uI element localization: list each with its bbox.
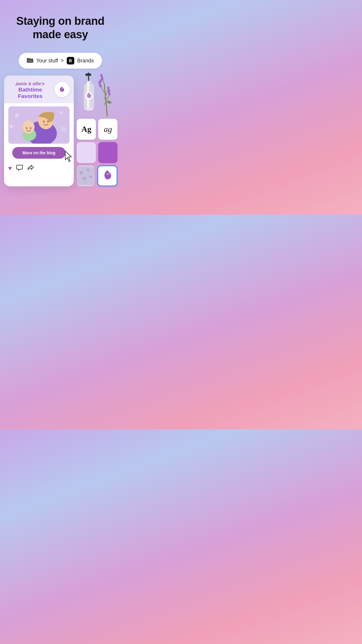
card-subtitle: jamie & allie's: [8, 81, 52, 87]
header-section: Staying on brand made easy: [0, 0, 121, 50]
heart-icon[interactable]: ♥: [8, 164, 12, 172]
svg-point-8: [47, 120, 49, 123]
breadcrumb-pill[interactable]: Your stuff > B Brands: [19, 53, 102, 69]
card-actions: ♥: [4, 161, 74, 177]
svg-point-10: [22, 120, 34, 134]
breadcrumb-container: Your stuff > B Brands: [6, 53, 115, 69]
lotion-area: [77, 70, 117, 116]
svg-point-14: [15, 113, 19, 118]
breadcrumb-arrow: >: [61, 58, 64, 63]
logo-swatches-row: [77, 165, 117, 186]
svg-rect-32: [85, 74, 91, 76]
lavender-color-swatch: [77, 142, 96, 163]
comment-icon[interactable]: [16, 164, 23, 173]
svg-point-25: [99, 84, 101, 87]
brands-label: Brands: [77, 58, 94, 64]
svg-point-13: [21, 126, 24, 130]
italic-font-label: ag: [104, 125, 112, 134]
svg-point-16: [61, 127, 66, 132]
purple-color-swatch: [98, 142, 117, 163]
share-icon[interactable]: [27, 164, 34, 173]
card-title: Bathtime Favorites: [8, 87, 52, 100]
pattern-swatch: [77, 165, 95, 186]
blog-button-text: More on the blog: [22, 150, 55, 155]
svg-point-12: [30, 127, 32, 129]
color-swatches-row: [77, 142, 117, 163]
svg-point-30: [108, 92, 110, 96]
instagram-card: jamie & allie's Bathtime Favorites: [4, 76, 74, 186]
serif-font-label: Ag: [81, 125, 91, 134]
svg-rect-3: [27, 60, 33, 62]
svg-point-7: [43, 120, 45, 123]
italic-font-swatch: ag: [98, 119, 117, 140]
main-title: Staying on brand made easy: [9, 15, 112, 41]
brand-logo-swatch: [97, 165, 117, 186]
svg-rect-39: [77, 167, 95, 185]
svg-rect-31: [88, 73, 89, 74]
your-stuff-label: Your stuff: [36, 58, 58, 64]
serif-font-swatch: Ag: [77, 119, 96, 140]
photo-placeholder: [9, 107, 69, 144]
brand-icon: B: [67, 57, 74, 64]
main-content: jamie & allie's Bathtime Favorites: [4, 76, 117, 186]
card-header: jamie & allie's Bathtime Favorites: [4, 76, 74, 103]
font-swatches-row: Ag ag: [77, 119, 117, 140]
svg-point-17: [10, 125, 13, 128]
blog-button[interactable]: More on the blog: [12, 147, 66, 159]
right-grid: Ag ag: [77, 70, 117, 186]
folder-icon: [27, 57, 33, 64]
cursor-arrow: [64, 150, 74, 164]
logo-circle: [55, 82, 70, 97]
svg-point-11: [26, 127, 27, 129]
svg-rect-38: [85, 108, 93, 110]
svg-point-15: [59, 111, 62, 114]
card-photo: [8, 106, 70, 144]
